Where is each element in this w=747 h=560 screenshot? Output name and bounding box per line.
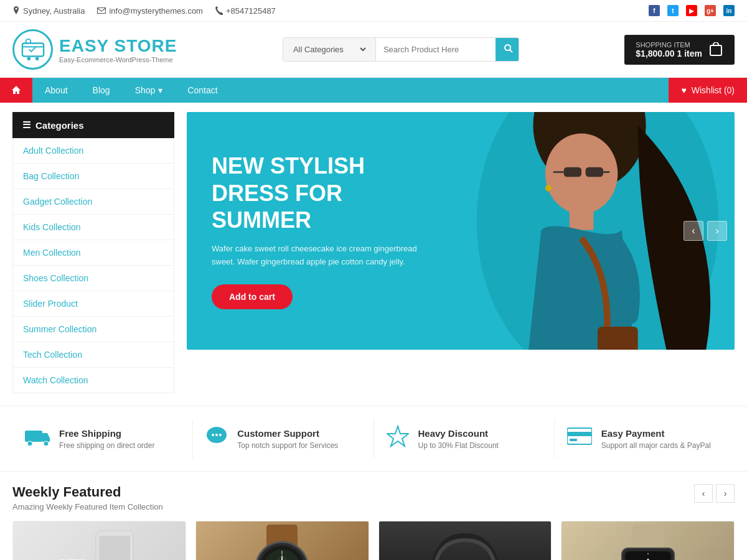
category-select[interactable]: All Categories Adult Collection Bag Coll… (291, 44, 368, 55)
sidebar-item-slider[interactable]: Slider Product (13, 291, 174, 317)
svg-point-1 (27, 57, 31, 60)
sidebar-item-men[interactable]: Men Collection (13, 240, 174, 266)
nav-shop[interactable]: Shop ▾ (123, 78, 176, 103)
nav-home[interactable] (0, 78, 32, 103)
slider-next[interactable]: › (707, 221, 727, 241)
email-info: info@mysterythemes.com (97, 6, 202, 16)
star-icon (387, 425, 409, 452)
hero-content: NEW STYLISH DRESS FOR SUMMER Wafer cake … (187, 128, 461, 334)
svg-point-21 (212, 434, 214, 436)
svg-rect-5 (710, 45, 721, 55)
main-nav: About Blog Shop ▾ Contact ♥ Wishlist (0) (0, 78, 747, 103)
feature-discount: Heavy Discount Up to 30% Flat Discount (374, 419, 555, 459)
weekly-prev[interactable]: ‹ (694, 484, 713, 503)
svg-rect-16 (598, 327, 638, 350)
hero-add-to-cart[interactable]: Add to cart (212, 284, 293, 309)
shopping-cart[interactable]: SHOPPING ITEM $1,800.00 1 item (624, 35, 735, 65)
gplus-icon[interactable]: g+ (705, 5, 716, 16)
svg-point-9 (545, 133, 618, 213)
nav-contact[interactable]: Contact (175, 78, 230, 103)
hero-background: NEW STYLISH DRESS FOR SUMMER Wafer cake … (187, 112, 735, 350)
main-content: ☰ Categories Adult Collection Bag Collec… (0, 112, 747, 393)
hero-slider: NEW STYLISH DRESS FOR SUMMER Wafer cake … (187, 112, 735, 350)
sidebar-menu: Adult Collection Bag Collection Gadget C… (12, 138, 174, 393)
products-grid: ARMANI (12, 521, 735, 560)
weekly-featured-section: Weekly Featured Amazing Weekly Featured … (0, 472, 747, 560)
site-header: EASY STORE Easy-Ecommerce-WordPress-Them… (0, 22, 747, 78)
weekly-next[interactable]: › (716, 484, 735, 503)
weekly-nav: ‹ › (694, 484, 735, 503)
svg-point-15 (545, 185, 552, 191)
twitter-icon[interactable]: t (667, 5, 679, 16)
card-icon (567, 427, 592, 450)
product-card-watch1[interactable] (195, 521, 369, 560)
feature-shipping-text: Free Shipping Free shipping on direct or… (59, 428, 154, 450)
svg-marker-24 (387, 426, 408, 446)
search-bar[interactable]: All Categories Adult Collection Bag Coll… (283, 37, 519, 62)
slider-prev[interactable]: ‹ (684, 221, 703, 241)
sidebar-item-kids[interactable]: Kids Collection (13, 215, 174, 240)
product-card-headphone[interactable] (378, 521, 552, 560)
svg-rect-11 (564, 167, 581, 177)
svg-point-18 (27, 441, 32, 446)
svg-rect-10 (570, 206, 594, 230)
sidebar-header: ☰ Categories (12, 112, 174, 138)
logo-icon (12, 29, 53, 70)
product-image-headphone (379, 521, 552, 560)
logo-title: EASY STORE (59, 36, 177, 56)
sidebar-item-watch[interactable]: Watch Collection (13, 368, 174, 393)
cart-icon (708, 42, 723, 57)
sidebar-item-gadget[interactable]: Gadget Collection (13, 189, 174, 215)
feature-shipping: Free Shipping Free shipping on direct or… (12, 419, 193, 459)
sidebar-item-summer[interactable]: Summer Collection (13, 317, 174, 342)
feature-payment: Easy Payment Support all major cards & P… (555, 419, 735, 459)
cart-info: SHOPPING ITEM $1,800.00 1 item (636, 41, 702, 58)
product-image-watch2: ARMANI (561, 521, 734, 560)
svg-line-4 (510, 50, 512, 52)
hero-description: Wafer cake sweet roll cheesecake ice cre… (212, 243, 436, 269)
sidebar-item-bag[interactable]: Bag Collection (13, 164, 174, 189)
nav-about[interactable]: About (32, 78, 80, 103)
section-header: Weekly Featured Amazing Weekly Featured … (12, 484, 735, 511)
section-title-area: Weekly Featured Amazing Weekly Featured … (12, 484, 163, 511)
weekly-subtitle: Amazing Weekly Featured Item Collection (12, 502, 163, 511)
search-input[interactable] (376, 39, 496, 60)
product-card-watch2[interactable]: ARMANI (561, 521, 735, 560)
logo[interactable]: EASY STORE Easy-Ecommerce-WordPress-Them… (12, 29, 177, 70)
svg-point-64 (647, 553, 649, 555)
svg-rect-29 (99, 536, 130, 560)
category-dropdown[interactable]: All Categories Adult Collection Bag Coll… (283, 38, 376, 61)
svg-rect-17 (25, 431, 42, 442)
svg-point-22 (215, 434, 218, 436)
logo-text: EASY STORE Easy-Ecommerce-WordPress-Them… (59, 36, 177, 63)
top-bar: Sydney, Australia info@mysterythemes.com… (0, 0, 747, 22)
sidebar-item-adult[interactable]: Adult Collection (13, 138, 174, 164)
chat-icon (205, 425, 228, 452)
truck-icon (25, 427, 50, 450)
feature-support: Customer Support Top notch support for S… (193, 419, 374, 459)
product-card-phone[interactable] (12, 521, 186, 560)
location-info: Sydney, Australia (12, 6, 85, 16)
nav-blog[interactable]: Blog (80, 78, 123, 103)
features-bar: Free Shipping Free shipping on direct or… (0, 406, 747, 472)
feature-discount-text: Heavy Discount Up to 30% Flat Discount (418, 428, 499, 450)
linkedin-icon[interactable]: in (723, 5, 735, 16)
svg-rect-27 (570, 439, 577, 441)
search-button[interactable] (496, 38, 519, 61)
svg-rect-12 (586, 167, 603, 177)
nav-wishlist[interactable]: ♥ Wishlist (0) (669, 78, 747, 103)
product-image-watch1 (196, 521, 369, 560)
youtube-icon[interactable]: ▶ (686, 5, 697, 16)
weekly-title: Weekly Featured (12, 484, 163, 500)
product-image-phone (13, 521, 186, 560)
social-links: f t ▶ g+ in (649, 5, 735, 16)
phone-info: +8547125487 (215, 6, 276, 16)
facebook-icon[interactable]: f (649, 5, 660, 16)
sidebar-item-shoes[interactable]: Shoes Collection (13, 266, 174, 291)
sidebar-item-tech[interactable]: Tech Collection (13, 342, 174, 368)
svg-point-2 (35, 57, 39, 60)
hero-title: NEW STYLISH DRESS FOR SUMMER (212, 152, 436, 233)
svg-rect-26 (567, 432, 592, 436)
feature-support-text: Customer Support Top notch support for S… (237, 428, 338, 450)
svg-point-3 (505, 45, 510, 50)
